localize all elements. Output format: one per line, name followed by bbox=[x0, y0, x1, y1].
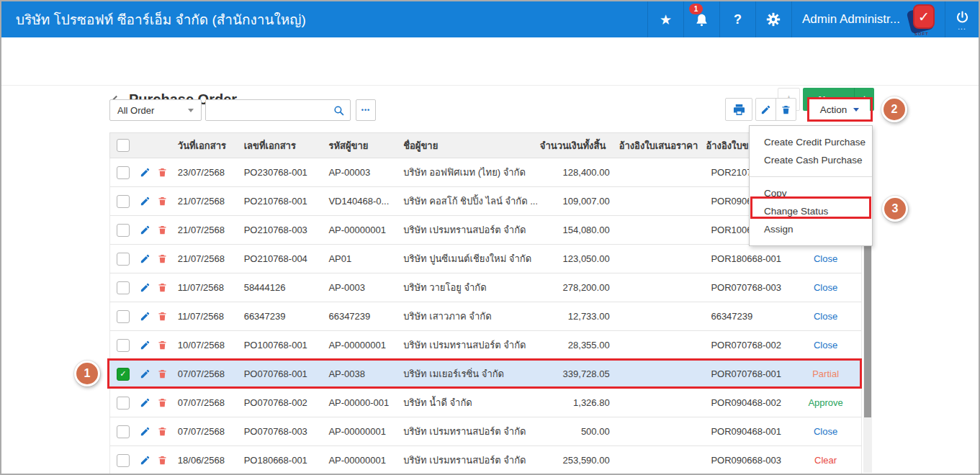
notifications-button[interactable]: 1 bbox=[683, 1, 719, 37]
pencil-icon bbox=[140, 196, 150, 207]
menu-item-create-credit-purchase[interactable]: Create Credit Purchase bbox=[750, 133, 872, 151]
row-delete-button[interactable] bbox=[157, 426, 168, 437]
row-checkbox[interactable]: ✓ bbox=[117, 425, 130, 438]
more-options-button[interactable]: ••• bbox=[356, 99, 376, 121]
row-checkbox[interactable]: ✓ bbox=[117, 281, 130, 294]
table-row[interactable]: ✓ 07/07/2568 PO070768-002 AP-00000-001 บ… bbox=[109, 389, 862, 417]
row-delete-button[interactable] bbox=[157, 340, 168, 350]
table-row[interactable]: ✓ 11/07/2568 66347239 66347239 บริษัท เส… bbox=[109, 302, 862, 331]
printer-icon bbox=[732, 103, 746, 117]
action-button[interactable]: Action bbox=[809, 99, 870, 119]
row-edit-button[interactable] bbox=[140, 455, 150, 466]
row-checkbox[interactable]: ✓ bbox=[117, 224, 130, 237]
row-checkbox[interactable]: ✓ bbox=[117, 368, 130, 381]
cell-ref-requisition: POR070768-003 bbox=[702, 282, 790, 293]
header-date: วันที่เอกสาร bbox=[172, 138, 238, 153]
table-row[interactable]: ✓ 21/07/2568 PO210768-004 AP01 บริษัท ปู… bbox=[109, 245, 862, 273]
row-checkbox[interactable]: ✓ bbox=[117, 195, 130, 208]
row-delete-button[interactable] bbox=[157, 282, 168, 293]
table-row[interactable]: ✓ 18/06/2568 PO180668-001 AP-00000001 บร… bbox=[109, 446, 862, 475]
cell-amount: 500.00 bbox=[537, 426, 616, 437]
cell-date: 21/07/2568 bbox=[172, 196, 238, 207]
user-menu[interactable]: Admin Administr... SOFT bbox=[791, 1, 945, 37]
row-delete-button[interactable] bbox=[157, 311, 168, 322]
chevron-down-icon bbox=[853, 108, 859, 112]
row-checkbox[interactable]: ✓ bbox=[117, 253, 130, 266]
delete-button[interactable] bbox=[776, 99, 796, 120]
header-ref-quotation: อ้างอิงใบเสนอราคา bbox=[616, 138, 703, 153]
cell-doc-no: 58444126 bbox=[238, 282, 323, 293]
row-edit-button[interactable] bbox=[140, 426, 150, 437]
annotation-step-2: 2 bbox=[881, 96, 907, 122]
cell-vendor-name: บริษัท เปรมทรานสปอร์ต จำกัด bbox=[399, 453, 537, 468]
row-checkbox[interactable]: ✓ bbox=[117, 397, 130, 410]
trash-icon bbox=[157, 368, 168, 379]
table-row[interactable]: ✓ 11/07/2568 58444126 AP-0003 บริษัท วาย… bbox=[109, 273, 862, 302]
row-edit-button[interactable] bbox=[140, 340, 150, 350]
logo-text: SOFT bbox=[914, 32, 929, 36]
cell-doc-no: PO070768-003 bbox=[238, 426, 323, 437]
settings-button[interactable] bbox=[755, 1, 791, 37]
row-delete-button[interactable] bbox=[157, 455, 168, 466]
action-menu: Create Credit Purchase Create Cash Purch… bbox=[749, 125, 873, 246]
chevron-down-icon bbox=[188, 109, 194, 112]
row-edit-button[interactable] bbox=[140, 311, 150, 322]
row-edit-button[interactable] bbox=[140, 167, 150, 178]
trash-icon bbox=[157, 455, 168, 466]
table-row[interactable]: ✓ 07/07/2568 PO070768-001 AP-0038 บริษัท… bbox=[109, 360, 862, 389]
edit-delete-group bbox=[755, 98, 796, 121]
cell-amount: 128,400.00 bbox=[537, 167, 616, 178]
cell-ref-requisition: POR180668-001 bbox=[702, 253, 790, 264]
pencil-icon bbox=[140, 282, 150, 293]
search-input[interactable] bbox=[206, 100, 327, 120]
cell-amount: 253,590.00 bbox=[537, 455, 616, 466]
order-filter-select[interactable]: All Order bbox=[109, 99, 202, 121]
cell-vendor-name: บริษัท คอสโก้ ชิปปิ้ง ไลน์ จำกัด ... bbox=[399, 194, 537, 209]
cell-status: Partial bbox=[790, 368, 861, 379]
table-row[interactable]: ✓ 10/07/2568 PO100768-001 AP-00000001 บร… bbox=[109, 331, 862, 360]
row-checkbox[interactable]: ✓ bbox=[117, 166, 130, 179]
help-button[interactable]: ? bbox=[719, 1, 755, 37]
pencil-icon bbox=[140, 253, 150, 264]
row-delete-button[interactable] bbox=[157, 225, 168, 235]
menu-item-create-cash-purchase[interactable]: Create Cash Purchase bbox=[750, 151, 872, 169]
table-row[interactable]: ✓ 07/07/2568 PO070768-003 AP-00000001 บร… bbox=[109, 417, 862, 446]
row-edit-button[interactable] bbox=[140, 253, 150, 264]
pencil-icon bbox=[760, 104, 771, 115]
row-edit-button[interactable] bbox=[140, 196, 150, 207]
search-button[interactable] bbox=[327, 104, 350, 117]
action-button-label: Action bbox=[820, 104, 848, 115]
row-checkbox[interactable]: ✓ bbox=[117, 454, 130, 467]
cell-doc-no: PO210768-003 bbox=[238, 225, 323, 235]
cell-vendor-name: บริษัท เปรมทรานสปอร์ต จำกัด bbox=[399, 338, 537, 353]
logout-button[interactable]: ... bbox=[945, 1, 979, 37]
row-checkbox[interactable]: ✓ bbox=[117, 339, 130, 352]
row-edit-button[interactable] bbox=[140, 368, 150, 379]
row-delete-button[interactable] bbox=[157, 368, 168, 379]
row-delete-button[interactable] bbox=[157, 397, 168, 408]
menu-item-assign[interactable]: Assign bbox=[750, 220, 872, 238]
cell-vendor-name: บริษัท วายโอยู จำกัด bbox=[399, 280, 537, 295]
cell-amount: 12,733.00 bbox=[537, 311, 616, 322]
row-edit-button[interactable] bbox=[140, 397, 150, 408]
favorites-button[interactable] bbox=[647, 1, 683, 37]
cell-vendor-code: AP-0003 bbox=[323, 282, 399, 293]
row-edit-button[interactable] bbox=[140, 282, 150, 293]
edit-button[interactable] bbox=[756, 99, 776, 120]
pencil-icon bbox=[140, 397, 150, 408]
cell-status: Approve bbox=[790, 397, 861, 408]
row-checkbox[interactable]: ✓ bbox=[117, 310, 130, 323]
row-edit-button[interactable] bbox=[140, 225, 150, 235]
row-delete-button[interactable] bbox=[157, 253, 168, 264]
header-doc-no: เลขที่เอกสาร bbox=[238, 138, 323, 153]
cell-ref-requisition: POR070768-002 bbox=[702, 340, 790, 350]
row-delete-button[interactable] bbox=[157, 196, 168, 207]
menu-item-change-status[interactable]: Change Status bbox=[750, 202, 872, 220]
cell-vendor-name: บริษัท เมเยอร์เรซิ่น จำกัด bbox=[399, 366, 537, 381]
cell-doc-no: PO210768-004 bbox=[238, 253, 323, 264]
row-delete-button[interactable] bbox=[157, 167, 168, 178]
print-button[interactable] bbox=[725, 98, 752, 121]
cell-status: Close bbox=[790, 253, 861, 264]
select-all-checkbox[interactable]: ✓ bbox=[117, 139, 130, 152]
menu-item-copy[interactable]: Copy bbox=[750, 184, 872, 202]
